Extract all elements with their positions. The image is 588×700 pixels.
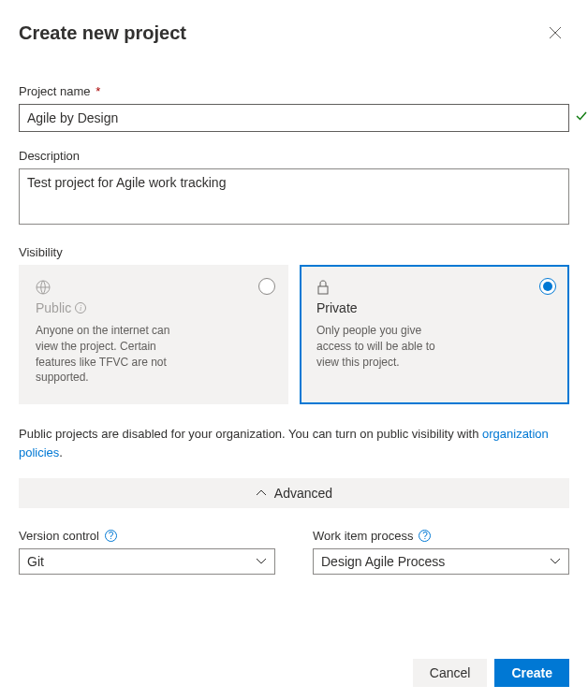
- dialog-header: Create new project: [19, 19, 569, 47]
- checkmark-icon: [575, 109, 588, 126]
- advanced-toggle[interactable]: Advanced: [19, 478, 569, 508]
- visibility-public-card: Public i Anyone on the internet can view…: [19, 265, 288, 404]
- version-control-label-row: Version control ?: [19, 529, 275, 543]
- project-name-input-row: [19, 104, 569, 132]
- work-item-process-label: Work item process: [313, 529, 413, 543]
- note-suffix: .: [59, 445, 63, 459]
- version-control-label: Version control: [19, 529, 99, 543]
- description-label: Description: [19, 149, 569, 163]
- chevron-down-icon: [256, 558, 267, 565]
- work-item-process-select[interactable]: Design Agile Process: [313, 548, 569, 575]
- work-item-process-field: Work item process ? Design Agile Process: [313, 529, 569, 575]
- private-radio[interactable]: [539, 278, 556, 295]
- close-button[interactable]: [541, 19, 569, 47]
- project-name-field: Project name *: [19, 84, 569, 132]
- advanced-label: Advanced: [274, 486, 332, 501]
- visibility-cards: Public i Anyone on the internet can view…: [19, 265, 569, 404]
- visibility-note: Public projects are disabled for your or…: [19, 425, 569, 461]
- visibility-label: Visibility: [19, 245, 569, 259]
- public-radio: [258, 278, 275, 295]
- private-title: Private: [316, 300, 552, 315]
- description-field: Description Test project for Agile work …: [19, 149, 569, 228]
- project-name-input[interactable]: [19, 104, 569, 132]
- lock-icon: [316, 280, 552, 297]
- public-title-row: Public i: [36, 300, 272, 315]
- help-icon[interactable]: ?: [419, 530, 431, 542]
- public-title: Public: [36, 300, 71, 315]
- project-name-label: Project name *: [19, 84, 569, 98]
- svg-rect-1: [318, 286, 328, 294]
- chevron-up-icon: [256, 489, 267, 497]
- dialog-footer: Cancel Create: [19, 659, 569, 687]
- info-icon[interactable]: i: [75, 302, 86, 314]
- required-asterisk: *: [96, 84, 100, 98]
- note-prefix: Public projects are disabled for your or…: [19, 427, 482, 441]
- cancel-button[interactable]: Cancel: [413, 659, 488, 687]
- visibility-section: Visibility Public i Anyone on the intern…: [19, 245, 569, 461]
- visibility-private-card[interactable]: Private Only people you give access to w…: [300, 265, 569, 404]
- project-name-label-text: Project name: [19, 84, 91, 98]
- work-item-process-value: Design Agile Process: [321, 554, 445, 569]
- help-icon[interactable]: ?: [105, 530, 117, 542]
- close-icon: [549, 26, 562, 39]
- advanced-selects: Version control ? Git Work item process …: [19, 529, 569, 575]
- globe-icon: [36, 280, 272, 297]
- version-control-field: Version control ? Git: [19, 529, 275, 575]
- description-input[interactable]: Test project for Agile work tracking: [19, 168, 569, 225]
- work-item-process-label-row: Work item process ?: [313, 529, 569, 543]
- public-description: Anyone on the internet can view the proj…: [36, 323, 176, 386]
- chevron-down-icon: [550, 558, 561, 565]
- dialog-title: Create new project: [19, 22, 186, 44]
- version-control-select[interactable]: Git: [19, 548, 275, 575]
- create-button[interactable]: Create: [494, 659, 569, 687]
- version-control-value: Git: [27, 554, 44, 569]
- create-project-dialog: Create new project Project name * Descri…: [0, 0, 588, 700]
- private-description: Only people you give access to will be a…: [316, 323, 457, 370]
